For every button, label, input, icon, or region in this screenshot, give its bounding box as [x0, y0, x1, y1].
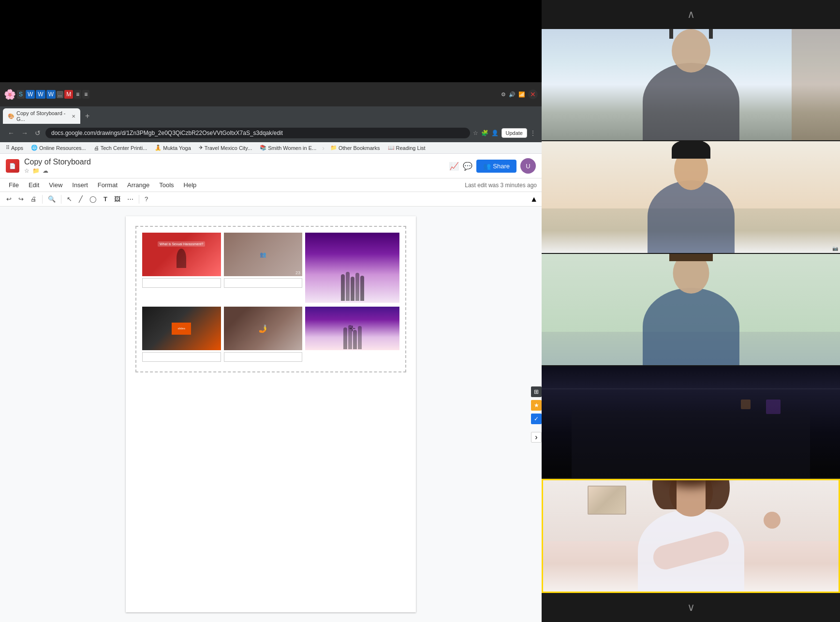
video-panel-4[interactable]	[542, 366, 840, 477]
docs-header: 📄 Copy of Storyboard ☆ 📁 ☁ 📈 💬 👥 Sha	[0, 154, 542, 178]
browser-chrome: 🎨 Copy of Storyboard - G... ✕ + ← → ↺ ☆ …	[0, 106, 542, 142]
dark-room-background	[542, 366, 840, 477]
tab-close-icon[interactable]: ✕	[72, 114, 75, 119]
person2-background: 📷	[542, 141, 840, 252]
toolbar-divider-3	[139, 195, 139, 204]
text-cell-1[interactable]	[142, 278, 221, 288]
shape-tool[interactable]: ◯	[87, 194, 99, 204]
photo-1: What is Sexual Harassment?	[142, 233, 221, 276]
chart-icon[interactable]: 📈	[449, 162, 459, 171]
folder-icon[interactable]: 📁	[32, 167, 40, 174]
extensions-icon[interactable]: 🧩	[481, 130, 488, 136]
bookmark-online-resources[interactable]: 🌐 Online Resources...	[29, 144, 88, 152]
more-tool[interactable]: ⋯	[125, 194, 136, 204]
docs-canvas: ⊞ ★ ✓ ›	[0, 207, 542, 622]
line-tool[interactable]: ╱	[76, 194, 85, 204]
storyboard-item-3[interactable]	[305, 233, 399, 303]
bookmark-reading-list[interactable]: 📖 Reading List	[386, 144, 427, 152]
storyboard-item-2[interactable]: 👥 23	[224, 233, 303, 303]
room-artwork-2	[741, 400, 751, 409]
profile-icon[interactable]: 👤	[491, 130, 499, 136]
menu-arrange[interactable]: Arrange	[123, 179, 153, 191]
text-cell-5[interactable]	[224, 352, 303, 362]
image-tool[interactable]: 🖼	[112, 194, 123, 204]
sidebar-check-icon[interactable]: ✓	[531, 414, 542, 424]
bookmarks-bar: ⠿ Apps 🌐 Online Resources... 🖨 Tech Cent…	[0, 142, 542, 154]
bookmark-other[interactable]: 📁 Other Bookmarks	[328, 144, 382, 152]
print-button[interactable]: 🖨	[28, 194, 39, 204]
forward-button[interactable]: →	[19, 128, 30, 138]
storyboard-item-6[interactable]: ✛	[305, 307, 399, 362]
browser-tabs: 🎨 Copy of Storyboard - G... ✕ +	[3, 108, 539, 124]
new-tab-button[interactable]: +	[81, 110, 93, 122]
redo-button[interactable]: ↪	[16, 194, 26, 204]
docs-title-icons: ☆ 📁 ☁	[24, 167, 91, 174]
menu-icon[interactable]: ⋮	[530, 130, 536, 136]
storyboard-row-2: slides 🤳	[142, 307, 399, 362]
google-docs-area: 📄 Copy of Storyboard ☆ 📁 ☁ 📈 💬 👥 Sha	[0, 154, 542, 622]
menu-view[interactable]: View	[45, 179, 66, 191]
menu-help[interactable]: Help	[180, 179, 201, 191]
menu-insert[interactable]: Insert	[68, 179, 92, 191]
docs-title-area: Copy of Storyboard ☆ 📁 ☁	[24, 158, 91, 174]
bookmark-tech-center[interactable]: 🖨 Tech Center Printi...	[92, 144, 149, 152]
share-button[interactable]: 👥 Share	[476, 160, 516, 173]
bookmark-smith-women[interactable]: 📚 Smith Women in E...	[258, 144, 318, 152]
photo-1-bg: What is Sexual Harassment?	[142, 233, 221, 276]
docs-title[interactable]: Copy of Storyboard	[24, 158, 91, 166]
video-panel-2[interactable]: 📷	[542, 141, 840, 252]
menu-format[interactable]: Format	[94, 179, 121, 191]
address-input[interactable]	[45, 128, 470, 138]
apps-icon: ⠿	[6, 145, 10, 151]
tab-label: Copy of Storyboard - G...	[16, 110, 70, 122]
reload-button[interactable]: ↺	[33, 128, 43, 138]
scroll-down-button[interactable]: ∨	[542, 593, 840, 622]
menu-edit[interactable]: Edit	[25, 179, 43, 191]
sidebar-grid-icon[interactable]: ⊞	[531, 386, 542, 397]
undo-button[interactable]: ↩	[4, 194, 14, 204]
scroll-right-button[interactable]: ›	[531, 432, 542, 443]
video-panel-1[interactable]	[542, 29, 840, 140]
photo-4: slides	[142, 307, 221, 350]
storyboard-item-1[interactable]: What is Sexual Harassment?	[142, 233, 221, 303]
menu-file[interactable]: File	[5, 179, 23, 191]
bookmark-apps[interactable]: ⠿ Apps	[4, 144, 25, 152]
scroll-up-button[interactable]: ∧	[542, 0, 840, 29]
menu-tools[interactable]: Tools	[155, 179, 177, 191]
text-tool[interactable]: T	[101, 194, 110, 204]
check-icon: ✓	[534, 415, 539, 422]
sidebar-star-icon[interactable]: ★	[531, 400, 542, 411]
active-tab[interactable]: 🎨 Copy of Storyboard - G... ✕	[3, 108, 80, 124]
storyboard-item-4[interactable]: slides	[142, 307, 221, 362]
cloud-icon[interactable]: ☁	[43, 167, 48, 174]
chevron-up-icon: ∧	[687, 8, 695, 21]
bookmark-mukta-yoga[interactable]: 🧘 Mukta Yoga	[153, 144, 193, 152]
last-edit-text: Last edit was 3 minutes ago	[465, 182, 537, 189]
video-panel-3[interactable]	[542, 254, 840, 365]
room-furniture	[572, 411, 811, 477]
text-cell-4[interactable]	[142, 352, 221, 362]
move-cursor-indicator: ✛	[349, 324, 355, 333]
zoom-button[interactable]: 🔍	[45, 194, 58, 204]
update-button[interactable]: Update	[501, 128, 527, 138]
help-button[interactable]: ?	[142, 194, 150, 204]
video-panel-5[interactable]	[542, 479, 840, 593]
person3-background	[542, 254, 840, 365]
bookmark-travel-mexico[interactable]: ✈ Travel Mexico City...	[197, 144, 254, 152]
docs-logo: 📄	[6, 159, 19, 173]
video-grid: 📷	[542, 29, 840, 593]
collapse-toolbar-btn[interactable]: ▲	[530, 195, 538, 204]
reading-list-icon: 📖	[388, 145, 395, 151]
bookmark-icon[interactable]: ☆	[473, 130, 478, 136]
bookmark-favicon-2: 🖨	[94, 145, 99, 151]
text-cell-2[interactable]	[224, 278, 303, 288]
person3-hair	[669, 254, 713, 261]
select-tool[interactable]: ↖	[64, 194, 74, 204]
comment-icon[interactable]: 💬	[463, 162, 472, 171]
user-avatar[interactable]: U	[520, 158, 536, 174]
photo-3-large	[305, 233, 399, 303]
back-button[interactable]: ←	[6, 128, 16, 138]
storyboard-item-5[interactable]: 🤳	[224, 307, 303, 362]
star-icon[interactable]: ☆	[24, 167, 29, 174]
toolbar-divider-1	[42, 195, 43, 204]
